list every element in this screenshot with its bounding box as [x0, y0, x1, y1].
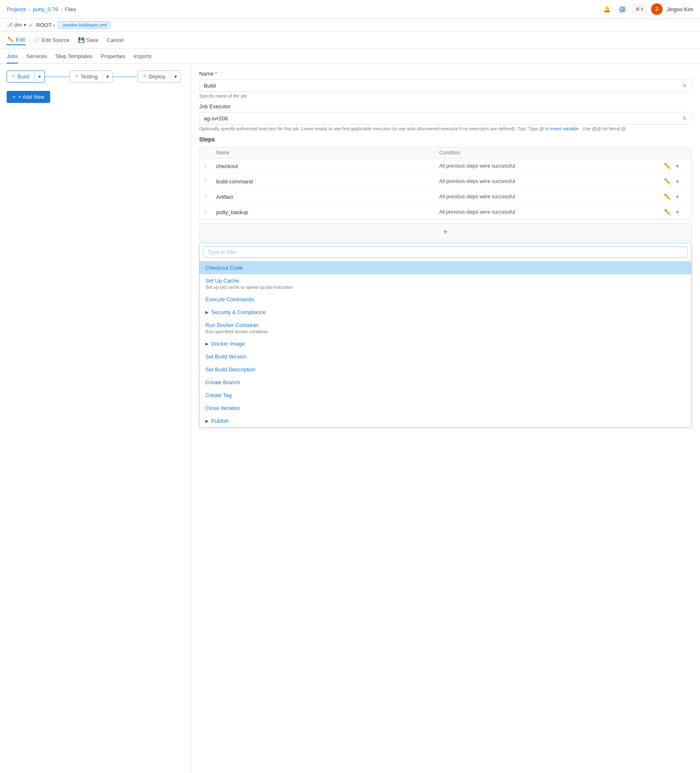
keyboard-shortcut: ⌘K [632, 5, 646, 13]
step-condition-0: All previous steps were successful [439, 163, 663, 169]
list-item[interactable]: Run Docker Container Run specified docke… [200, 319, 691, 337]
step-edit-btn-0[interactable]: ✏️ [662, 162, 673, 170]
branch-selector[interactable]: ⎇ dev ▾ [7, 22, 26, 28]
step-actions-3: ✏️ ▾ [662, 208, 687, 216]
job-executor-hint: Optionally specify authorized executor f… [199, 126, 692, 131]
list-item[interactable]: Create Tag [200, 389, 691, 402]
drag-handle-2[interactable]: ⠿ [204, 194, 216, 200]
tab-services[interactable]: Services [26, 53, 47, 63]
executor-clear-icon[interactable]: ✕ [682, 115, 687, 122]
job-executor-input-wrap[interactable]: ✕ [199, 112, 692, 124]
pipeline-node-deploy-chevron[interactable]: ▾ [171, 71, 180, 82]
job-executor-input[interactable] [204, 115, 682, 122]
pipeline-node-deploy-label: ⠿ Deploy [138, 71, 170, 82]
save-button[interactable]: 💾 Save [77, 35, 100, 45]
connector-1 [45, 76, 70, 77]
list-item[interactable]: Create Branch [200, 376, 691, 389]
pipeline-node-build-label: ⠿ Build [7, 71, 34, 82]
step-condition-1: All previous steps were successful [439, 178, 663, 184]
add-new-button[interactable]: + + Add New [7, 91, 50, 103]
step-expand-btn-2[interactable]: ▾ [674, 193, 680, 201]
dropdown-list: Checkout Code Set Up Cache Set up job ca… [200, 261, 691, 427]
root-label: ROOT › [36, 22, 55, 28]
list-item[interactable]: ▶ Publish [200, 415, 691, 427]
breadcrumb-project[interactable]: putty_0.79 [33, 6, 58, 12]
list-item[interactable]: Close Iteration [200, 402, 691, 415]
list-item[interactable]: Execute Commands [200, 293, 691, 306]
branch-bar: ⎇ dev ▾ ✓ ROOT › .onedev-buildspec.yml [0, 19, 700, 32]
name-hint: Specify name of the job [199, 93, 692, 98]
step-condition-3: All previous steps were successful [439, 209, 663, 215]
step-actions-2: ✏️ ▾ [662, 193, 687, 201]
cancel-button[interactable]: Cancel [106, 35, 124, 45]
filter-input-wrap [200, 243, 691, 261]
table-row: ⠿ build command All previous steps were … [200, 174, 691, 189]
save-icon: 💾 [78, 37, 85, 43]
dropdown-sublabel: Set up job cache to speed up job executi… [205, 285, 685, 290]
list-item[interactable]: ▶ Security & Compliance [200, 306, 691, 319]
step-actions-1: ✏️ ▾ [662, 177, 687, 185]
step-edit-btn-3[interactable]: ✏️ [662, 208, 673, 216]
step-edit-btn-1[interactable]: ✏️ [662, 177, 673, 185]
add-step-button[interactable]: + [199, 223, 692, 241]
list-item[interactable]: Set Up Cache Set up job cache to speed u… [200, 274, 691, 293]
job-executor-label: Job Executor [199, 103, 692, 110]
drag-dots-deploy: ⠿ [143, 74, 146, 79]
step-name-2: Artifact [216, 194, 439, 200]
main-content: ⠿ Build ▾ ⠿ Testing ▾ ⠿ Deploy [0, 64, 700, 773]
tab-bar: Jobs Services Step Templates Properties … [0, 49, 700, 64]
tab-jobs[interactable]: Jobs [7, 53, 18, 63]
drag-dots-testing: ⠿ [75, 74, 78, 79]
tab-imports[interactable]: Imports [134, 53, 151, 63]
drag-handle-0[interactable]: ⠿ [204, 163, 216, 169]
list-item[interactable]: ▶ Docker Image [200, 337, 691, 350]
col-condition: Condition [439, 150, 663, 156]
insert-variable-link[interactable]: insert variable [550, 126, 578, 131]
tab-step-templates[interactable]: Step Templates [55, 53, 92, 63]
step-expand-btn-3[interactable]: ▾ [674, 208, 680, 216]
file-name-pill[interactable]: .onedev-buildspec.yml [58, 21, 110, 29]
branch-name: dev [14, 22, 22, 28]
name-input[interactable] [204, 83, 682, 89]
table-row: ⠿ checkout All previous steps were succe… [200, 159, 691, 174]
list-item[interactable]: Set Build Description [200, 363, 691, 376]
list-item[interactable]: Checkout Code [200, 261, 691, 274]
pipeline-node-build-chevron[interactable]: ▾ [34, 71, 44, 82]
name-field-section: Name * ✕ Specify name of the job [199, 71, 692, 98]
tab-properties[interactable]: Properties [101, 53, 125, 63]
drag-handle-3[interactable]: ⠿ [204, 209, 216, 215]
name-label: Name * [199, 71, 692, 77]
step-edit-btn-2[interactable]: ✏️ [662, 193, 673, 201]
filter-input[interactable] [203, 246, 688, 258]
edit-button[interactable]: ✏️ Edit [7, 35, 26, 45]
step-name-1: build command [216, 178, 439, 185]
action-bar: ✏️ Edit 📄 Edit Source 💾 Save Cancel [0, 32, 700, 49]
list-item[interactable]: Set Build Version [200, 350, 691, 363]
pipeline-node-deploy[interactable]: ⠿ Deploy ▾ [138, 71, 180, 83]
edit-icon: ✏️ [7, 37, 14, 43]
branch-icon: ⎇ [7, 22, 12, 28]
pipeline-node-testing-chevron[interactable]: ▾ [102, 71, 112, 82]
edit-source-button[interactable]: 📄 Edit Source [32, 35, 70, 45]
name-required-marker: * [215, 71, 217, 77]
name-clear-icon[interactable]: ✕ [682, 82, 687, 89]
step-expand-btn-0[interactable]: ▾ [674, 162, 680, 170]
user-name: Jingoo Kim [667, 6, 693, 12]
breadcrumb-projects[interactable]: Projects [7, 6, 26, 12]
expand-icon: ▶ [205, 419, 209, 423]
steps-section: Steps Name Condition ⠿ checkout All prev… [199, 136, 692, 428]
step-name-3: putty_backup [216, 209, 439, 215]
breadcrumb: Projects › putty_0.79 › Files [7, 6, 76, 12]
pipeline-node-build[interactable]: ⠿ Build ▾ [7, 71, 45, 83]
notifications-icon[interactable]: 🔔 [601, 3, 612, 15]
sep-1: › [29, 6, 30, 12]
settings-icon[interactable]: ⚙️ [617, 3, 628, 15]
steps-title: Steps [199, 136, 692, 143]
drag-handle-1[interactable]: ⠿ [204, 178, 216, 184]
name-input-wrap[interactable]: ✕ [199, 79, 692, 92]
step-expand-btn-1[interactable]: ▾ [674, 177, 680, 185]
pipeline-node-testing[interactable]: ⠿ Testing ▾ [70, 71, 113, 83]
branch-chevron: ▾ [24, 22, 26, 28]
check-icon: ✓ [29, 22, 34, 28]
edit-source-icon: 📄 [33, 37, 40, 43]
